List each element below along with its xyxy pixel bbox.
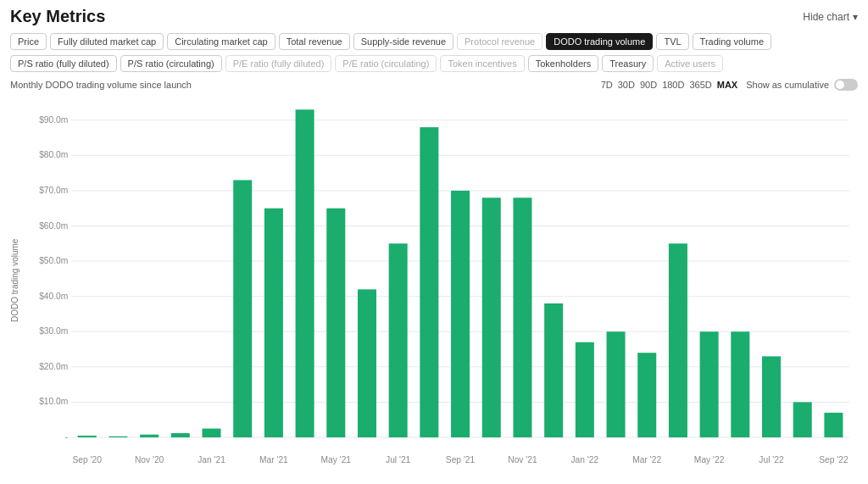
bar-Sep-21[interactable]: [451, 191, 470, 437]
bar-Mar-22[interactable]: [637, 353, 656, 437]
time-btn-max[interactable]: MAX: [717, 80, 737, 90]
bar-Jul-22[interactable]: [762, 356, 781, 437]
x-axis-tick-label: Mar '21: [259, 455, 288, 465]
bar-Apr-22[interactable]: [669, 243, 687, 437]
tab-active-users: Active users: [657, 55, 723, 72]
bar-Nov-21[interactable]: [513, 197, 531, 437]
cumulative-switch[interactable]: [834, 79, 858, 91]
chevron-down-icon: ▾: [853, 11, 858, 23]
time-btn-180d[interactable]: 180D: [662, 80, 684, 90]
bar-Sep-20[interactable]: [78, 436, 97, 437]
tab-trading-volume[interactable]: Trading volume: [693, 33, 771, 50]
bar-Jan-21[interactable]: [202, 429, 220, 437]
bar-Aug-22[interactable]: [793, 402, 812, 437]
time-controls: 7D30D90D180D365DMAX Show as cumulative: [601, 79, 858, 91]
bar-chart: $90.0m$80.0m$70.0m$60.0m$50.0m$40.0m$30.…: [24, 94, 858, 467]
tab-tokenholders[interactable]: Tokenholders: [528, 55, 598, 72]
y-axis-tick-label: -: [65, 432, 68, 442]
chart-controls: Monthly DODO trading volume since launch…: [10, 79, 858, 91]
tab-dodo-trading-volume[interactable]: DODO trading volume: [546, 33, 653, 50]
page-container: Key Metrics Hide chart ▾ PriceFully dilu…: [0, 0, 868, 484]
y-axis-tick-label: $90.0m: [39, 115, 68, 125]
tab-treasury[interactable]: Treasury: [602, 55, 654, 72]
x-axis-tick-label: Sep '22: [819, 455, 849, 465]
tab-fully-diluted-market-cap[interactable]: Fully diluted market cap: [50, 33, 164, 50]
y-axis-tick-label: $10.0m: [39, 398, 68, 407]
chart-area: DODO trading volume $90.0m$80.0m$70.0m$6…: [10, 94, 858, 467]
tab-supply-side-revenue[interactable]: Supply-side revenue: [353, 33, 453, 50]
cumulative-label: Show as cumulative: [746, 80, 829, 90]
y-axis-tick-label: $50.0m: [39, 256, 68, 265]
tab-p/s-ratio-(circulating)[interactable]: P/S ratio (circulating): [120, 55, 222, 72]
y-axis-tick-label: $60.0m: [39, 221, 68, 231]
page-title: Key Metrics: [10, 7, 105, 26]
time-buttons: 7D30D90D180D365DMAX: [601, 80, 737, 90]
tab-p/e-ratio-(circulating): P/E ratio (circulating): [335, 55, 437, 72]
bar-Aug-21[interactable]: [420, 127, 438, 437]
chart-subtitle: Monthly DODO trading volume since launch: [10, 80, 192, 90]
x-axis-tick-label: Nov '20: [135, 455, 164, 465]
x-axis-tick-label: Jul '22: [759, 455, 784, 465]
bar-Sep-22[interactable]: [824, 413, 843, 437]
bar-Feb-22[interactable]: [607, 331, 626, 437]
bar-Dec-20[interactable]: [171, 433, 190, 437]
time-btn-365d[interactable]: 365D: [689, 80, 711, 90]
x-axis-tick-label: May '21: [321, 455, 352, 465]
toggle-knob: [836, 81, 844, 89]
tab-protocol-revenue: Protocol revenue: [457, 33, 542, 50]
x-axis-tick-label: Jan '21: [198, 455, 225, 465]
bar-Oct-21[interactable]: [482, 197, 501, 437]
tab-total-revenue[interactable]: Total revenue: [279, 33, 350, 50]
tab-price[interactable]: Price: [10, 33, 47, 50]
x-axis-tick-label: Jul '21: [386, 455, 411, 465]
y-axis-tick-label: $30.0m: [39, 326, 68, 336]
bar-Dec-21[interactable]: [544, 303, 563, 437]
y-axis-tick-label: $70.0m: [39, 186, 68, 195]
chart-main: $90.0m$80.0m$70.0m$60.0m$50.0m$40.0m$30.…: [24, 94, 858, 467]
time-btn-7d[interactable]: 7D: [601, 80, 613, 90]
bar-Feb-21[interactable]: [233, 180, 252, 437]
chart-svg-wrapper: $90.0m$80.0m$70.0m$60.0m$50.0m$40.0m$30.…: [24, 94, 858, 467]
x-axis-tick-label: Sep '20: [73, 455, 103, 465]
tab-p/e-ratio-(fully-diluted): P/E ratio (fully diluted): [225, 55, 332, 72]
tab-circulating-market-cap[interactable]: Circulating market cap: [167, 33, 275, 50]
bar-Oct-20[interactable]: [108, 437, 127, 437]
x-axis-tick-label: Mar '22: [632, 455, 661, 465]
bar-Jun-21[interactable]: [358, 289, 376, 437]
tab-tvl[interactable]: TVL: [656, 33, 688, 50]
x-axis-tick-label: May '22: [694, 455, 725, 465]
x-axis-tick-label: Jan '22: [570, 455, 598, 465]
time-btn-90d[interactable]: 90D: [640, 80, 657, 90]
tab-token-incentives: Token incentives: [440, 55, 524, 72]
bar-Jun-22[interactable]: [731, 331, 749, 437]
y-axis-tick-label: $80.0m: [39, 150, 68, 159]
tab-p/s-ratio-(fully-diluted)[interactable]: P/S ratio (fully diluted): [10, 55, 117, 72]
row2-tabs: P/S ratio (fully diluted)P/S ratio (circ…: [10, 55, 858, 72]
y-axis-label: DODO trading volume: [10, 94, 24, 467]
y-axis-tick-label: $40.0m: [39, 292, 68, 301]
hide-chart-button[interactable]: Hide chart ▾: [803, 11, 858, 23]
time-btn-30d[interactable]: 30D: [618, 80, 635, 90]
bar-May-21[interactable]: [326, 209, 345, 437]
row1-tabs: PriceFully diluted market capCirculating…: [10, 33, 858, 50]
bar-Jul-21[interactable]: [389, 243, 408, 437]
bar-Mar-21[interactable]: [264, 209, 283, 437]
x-axis-tick-label: Sep '21: [446, 455, 476, 465]
cumulative-toggle: Show as cumulative: [746, 79, 858, 91]
bar-Apr-21[interactable]: [296, 109, 314, 437]
bar-Nov-20[interactable]: [140, 435, 159, 437]
header: Key Metrics Hide chart ▾: [10, 7, 858, 26]
hide-chart-label: Hide chart: [803, 11, 849, 23]
y-axis-tick-label: $20.0m: [39, 362, 68, 371]
bar-May-22[interactable]: [700, 331, 719, 437]
bar-Jan-22[interactable]: [576, 342, 594, 437]
x-axis-tick-label: Nov '21: [508, 455, 537, 465]
